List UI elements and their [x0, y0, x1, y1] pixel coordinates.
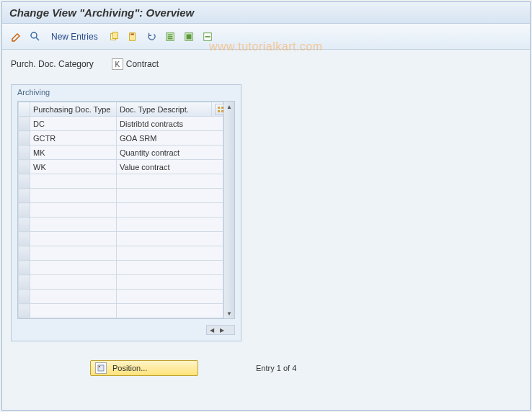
sap-window: Change View "Archiving": Overview New En… [1, 1, 531, 411]
delete-icon[interactable] [125, 30, 140, 44]
horizontal-scroll-row: ◀ ▶ [12, 325, 241, 341]
position-icon [95, 362, 107, 374]
change-icon[interactable] [9, 30, 24, 44]
row-selector[interactable] [19, 117, 30, 131]
panel-title: Archiving [12, 85, 241, 99]
cell-desc[interactable]: Quantity contract [117, 145, 223, 160]
svg-rect-2 [112, 32, 118, 38]
cell-type[interactable] [30, 275, 117, 290]
scroll-up-icon[interactable]: ▲ [224, 102, 234, 112]
select-all-icon[interactable] [163, 30, 177, 44]
table-row[interactable]: DCDistribtd contracts [19, 117, 223, 131]
cell-type[interactable] [30, 203, 117, 218]
category-field-row: Purch. Doc. Category K Contract [11, 58, 521, 70]
undo-icon[interactable] [144, 30, 159, 44]
category-value: K Contract [112, 58, 159, 70]
table-row[interactable] [19, 275, 223, 290]
cell-type[interactable]: DC [30, 117, 117, 131]
table-row[interactable] [19, 304, 223, 318]
vertical-scrollbar[interactable]: ▲ ▼ [223, 102, 234, 318]
cell-desc[interactable] [117, 218, 223, 232]
row-selector[interactable] [19, 261, 30, 275]
cell-desc[interactable] [117, 203, 223, 218]
table-row[interactable]: MKQuantity contract [19, 145, 223, 160]
col-header-type[interactable]: Purchasing Doc. Type [30, 102, 117, 117]
copy-icon[interactable] [107, 30, 121, 44]
content-area: Purch. Doc. Category K Contract Archivin… [2, 50, 530, 410]
row-selector-header[interactable] [19, 102, 30, 117]
cell-desc[interactable] [117, 261, 223, 275]
svg-rect-6 [167, 36, 172, 37]
col-header-desc[interactable]: Doc. Type Descript. [117, 102, 212, 117]
table-row[interactable] [19, 246, 223, 261]
category-text: Contract [126, 59, 159, 69]
cell-type[interactable]: WK [30, 160, 117, 174]
table-row[interactable] [19, 290, 223, 304]
cell-desc[interactable]: Distribtd contracts [117, 117, 223, 131]
cell-desc[interactable]: Value contract [117, 160, 223, 174]
cell-type[interactable] [30, 290, 117, 304]
cell-desc[interactable] [117, 189, 223, 203]
scroll-right-icon[interactable]: ▶ [217, 325, 227, 335]
table-row[interactable]: WKValue contract [19, 160, 223, 174]
row-selector[interactable] [19, 275, 30, 290]
row-selector[interactable] [19, 246, 30, 261]
find-icon[interactable] [28, 30, 43, 44]
page-title: Change View "Archiving": Overview [9, 6, 523, 19]
table-config-header[interactable] [212, 102, 223, 117]
table-row[interactable] [19, 189, 223, 203]
row-selector[interactable] [19, 203, 30, 218]
table-row[interactable] [19, 203, 223, 218]
cell-desc[interactable] [117, 304, 223, 318]
cell-desc[interactable]: GOA SRM [117, 131, 223, 145]
svg-rect-14 [218, 110, 220, 112]
cell-desc[interactable] [117, 275, 223, 290]
row-selector[interactable] [19, 290, 30, 304]
cell-type[interactable] [30, 304, 117, 318]
cell-type[interactable] [30, 189, 117, 203]
row-selector[interactable] [19, 160, 30, 174]
cell-desc[interactable] [117, 290, 223, 304]
table-row[interactable] [19, 261, 223, 275]
row-selector[interactable] [19, 145, 30, 160]
row-selector[interactable] [19, 218, 30, 232]
table-row[interactable] [19, 174, 223, 189]
position-label: Position... [112, 364, 147, 372]
svg-point-0 [31, 32, 37, 38]
table-header-row: Purchasing Doc. Type Doc. Type Descript. [19, 102, 223, 117]
svg-rect-12 [218, 107, 220, 109]
cell-type[interactable] [30, 218, 117, 232]
svg-rect-17 [99, 366, 100, 367]
footer-row: Position... Entry 1 of 4 [90, 360, 521, 376]
new-entries-button[interactable]: New Entries [51, 32, 98, 42]
cell-type[interactable] [30, 174, 117, 189]
select-block-icon[interactable] [182, 30, 196, 44]
cell-desc[interactable] [117, 174, 223, 189]
row-selector[interactable] [19, 131, 30, 145]
cell-desc[interactable] [117, 232, 223, 246]
svg-rect-11 [205, 36, 210, 37]
cell-type[interactable] [30, 232, 117, 246]
position-button[interactable]: Position... [90, 360, 198, 376]
svg-rect-9 [186, 34, 191, 39]
row-selector[interactable] [19, 174, 30, 189]
cell-type[interactable] [30, 261, 117, 275]
grid-container: Purchasing Doc. Type Doc. Type Descript.… [17, 101, 235, 319]
table-row[interactable] [19, 218, 223, 232]
svg-rect-5 [167, 34, 172, 35]
cell-type[interactable]: MK [30, 145, 117, 160]
category-code-box[interactable]: K [112, 58, 123, 70]
cell-type[interactable] [30, 246, 117, 261]
deselect-all-icon[interactable] [200, 30, 215, 44]
cell-type[interactable]: GCTR [30, 131, 117, 145]
scroll-down-icon[interactable]: ▼ [224, 308, 234, 318]
row-selector[interactable] [19, 304, 30, 318]
category-label: Purch. Doc. Category [11, 59, 94, 69]
cell-desc[interactable] [117, 246, 223, 261]
horizontal-scrollbar[interactable]: ◀ ▶ [206, 325, 235, 335]
table-row[interactable]: GCTRGOA SRM [19, 131, 223, 145]
row-selector[interactable] [19, 189, 30, 203]
row-selector[interactable] [19, 232, 30, 246]
table-row[interactable] [19, 232, 223, 246]
scroll-left-icon[interactable]: ◀ [207, 325, 217, 335]
